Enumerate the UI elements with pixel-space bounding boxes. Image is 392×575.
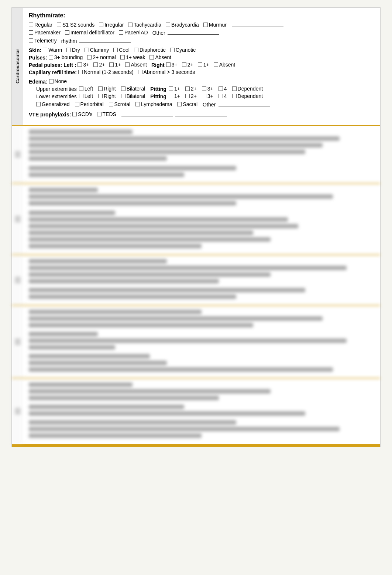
rhythm-brady[interactable]: Bradycardia (166, 22, 199, 28)
lower-1plus[interactable]: 1+ (169, 93, 180, 99)
skin-cool[interactable]: Cool (113, 47, 130, 53)
lower-dependent[interactable]: Dependent (232, 93, 263, 99)
left-absent-checkbox[interactable] (125, 62, 130, 67)
capillary-abnormal[interactable]: Abnormal > 3 seconds (138, 69, 195, 75)
rhythm-irregular[interactable]: Irregular (99, 22, 124, 28)
capillary-normal-checkbox[interactable] (78, 70, 83, 74)
murmur-field[interactable] (232, 21, 283, 27)
upper-bilateral[interactable]: Bilateral (121, 86, 145, 92)
capillary-abnormal-checkbox[interactable] (138, 70, 142, 74)
regular-checkbox[interactable] (29, 23, 33, 27)
lower-left-checkbox[interactable] (79, 94, 83, 98)
upper-2plus[interactable]: 2+ (185, 86, 197, 92)
lower-bilateral[interactable]: Bilateral (121, 93, 145, 99)
lower-right[interactable]: Right (98, 93, 116, 99)
upper-3plus-checkbox[interactable] (202, 86, 206, 91)
lower-right-checkbox[interactable] (98, 94, 103, 98)
left-3plus-checkbox[interactable] (78, 62, 82, 67)
scrotal-checkbox[interactable] (109, 102, 113, 106)
upper-4-checkbox[interactable] (219, 86, 223, 91)
dry-checkbox[interactable] (66, 48, 71, 52)
edema-lymphedema[interactable]: Lymphedema (135, 101, 172, 107)
paceriad-checkbox[interactable] (119, 30, 123, 35)
upper-left-checkbox[interactable] (79, 86, 83, 91)
skin-warm[interactable]: Warm (43, 47, 62, 53)
skin-dry[interactable]: Dry (66, 47, 80, 53)
vte-field2[interactable] (175, 110, 227, 116)
skin-diaphoretic[interactable]: Diaphoretic (134, 47, 166, 53)
tachy-checkbox[interactable] (128, 23, 133, 27)
pulses-absent[interactable]: Absent (149, 54, 171, 60)
upper-right-checkbox[interactable] (98, 86, 103, 91)
cyanotic-checkbox[interactable] (170, 48, 175, 52)
2normal-checkbox[interactable] (87, 55, 92, 59)
right-1plus-checkbox[interactable] (198, 62, 202, 67)
sacral-checkbox[interactable] (177, 102, 182, 106)
right-absent[interactable]: Absent (214, 62, 235, 68)
rhythm-murmur[interactable]: Murmur (203, 22, 227, 28)
pulses-3bounding[interactable]: 3+ bounding (49, 54, 83, 60)
murmur-checkbox[interactable] (203, 23, 208, 27)
upper-4[interactable]: 4 (219, 86, 227, 92)
lower-bilateral-checkbox[interactable] (121, 94, 125, 98)
right-2plus[interactable]: 2+ (182, 62, 193, 68)
right-3plus-checkbox[interactable] (166, 62, 171, 67)
edema-none[interactable]: None (49, 78, 67, 84)
right-absent-checkbox[interactable] (214, 62, 218, 67)
rhythm-icd[interactable]: Internal defibrillator (65, 30, 114, 35)
skin-cyanotic[interactable]: Cyanotic (170, 47, 196, 53)
other-field[interactable] (168, 29, 219, 35)
diaphoretic-checkbox[interactable] (134, 48, 138, 52)
lymphedema-checkbox[interactable] (135, 102, 140, 106)
lower-2plus[interactable]: 2+ (185, 93, 197, 99)
upper-left[interactable]: Left (79, 86, 93, 92)
rhythm-tachy[interactable]: Tachycardia (128, 22, 161, 28)
left-absent[interactable]: Absent (125, 62, 147, 68)
rhythm-s1s2[interactable]: S1 S2 sounds (57, 22, 94, 28)
edema-generalized[interactable]: Generalized (36, 101, 70, 107)
upper-2plus-checkbox[interactable] (185, 86, 190, 91)
s1s2-checkbox[interactable] (57, 23, 61, 27)
pacemaker-checkbox[interactable] (29, 30, 33, 35)
lower-4-checkbox[interactable] (219, 94, 223, 98)
telemetry-checkbox[interactable] (29, 38, 33, 43)
vte-teds[interactable]: TEDS (97, 111, 116, 117)
3bounding-checkbox[interactable] (49, 55, 53, 59)
lower-3plus[interactable]: 3+ (202, 93, 213, 99)
rhythm-regular[interactable]: Regular (29, 22, 52, 28)
lower-2plus-checkbox[interactable] (185, 94, 190, 98)
periorbital-checkbox[interactable] (75, 102, 79, 106)
edema-sacral[interactable]: Sacral (177, 101, 197, 107)
upper-3plus[interactable]: 3+ (202, 86, 213, 92)
right-2plus-checkbox[interactable] (182, 62, 186, 67)
clammy-checkbox[interactable] (85, 48, 89, 52)
capillary-normal[interactable]: Normal (1-2 seconds) (78, 69, 134, 75)
icd-checkbox[interactable] (65, 30, 69, 35)
lower-dependent-checkbox[interactable] (232, 94, 237, 98)
rhythm-telemetry[interactable]: Telemetry (29, 38, 57, 44)
warm-checkbox[interactable] (43, 48, 47, 52)
upper-bilateral-checkbox[interactable] (121, 86, 125, 91)
lower-3plus-checkbox[interactable] (202, 94, 206, 98)
pulses-absent-checkbox[interactable] (149, 55, 154, 59)
brady-checkbox[interactable] (166, 23, 170, 27)
rhythm-paceiad[interactable]: Pacer/IAD (119, 30, 148, 35)
rhythm-pacemaker[interactable]: Pacemaker (29, 30, 61, 35)
edema-scrotal[interactable]: Scrotal (109, 101, 131, 107)
skin-clammy[interactable]: Clammy (85, 47, 109, 53)
cool-checkbox[interactable] (113, 48, 118, 52)
left-2plus-checkbox[interactable] (93, 62, 98, 67)
rhythm-field[interactable] (79, 37, 131, 43)
upper-1plus-checkbox[interactable] (169, 86, 173, 91)
teds-checkbox[interactable] (97, 112, 102, 116)
pulses-1weak[interactable]: 1+ weak (120, 54, 145, 60)
lower-left[interactable]: Left (79, 93, 93, 99)
1weak-checkbox[interactable] (120, 55, 125, 59)
edema-none-checkbox[interactable] (49, 79, 54, 84)
irregular-checkbox[interactable] (99, 23, 103, 27)
pulses-2normal[interactable]: 2+ normal (87, 54, 116, 60)
generalized-checkbox[interactable] (36, 102, 41, 106)
right-1plus[interactable]: 1+ (198, 62, 209, 68)
left-1plus[interactable]: 1+ (109, 62, 121, 68)
upper-dependent[interactable]: Dependent (232, 86, 263, 92)
